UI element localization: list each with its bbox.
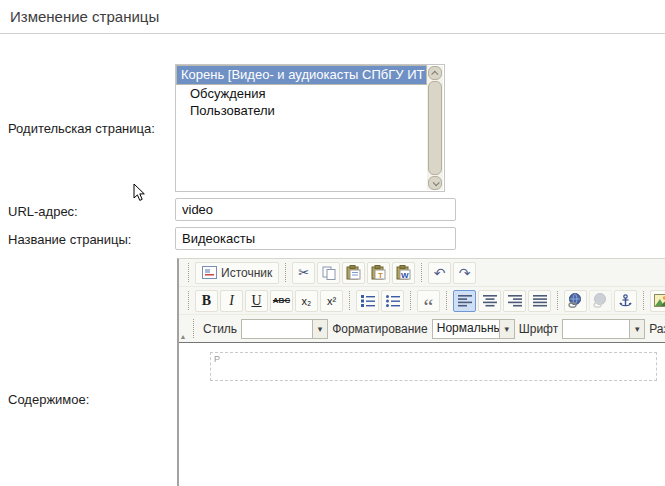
- paste-button[interactable]: [342, 262, 365, 284]
- svg-text:T: T: [378, 271, 383, 280]
- title-divider: [0, 33, 665, 34]
- toolbar-grip: [349, 291, 350, 310]
- list-item-discussions[interactable]: Обсуждения: [176, 85, 427, 102]
- list-item-users[interactable]: Пользователи: [176, 102, 427, 119]
- font-select-value: [563, 320, 629, 338]
- scroll-up-button[interactable]: [428, 66, 442, 80]
- insert-link-button[interactable]: [564, 290, 587, 312]
- align-center-icon: [483, 295, 497, 307]
- scroll-down-button[interactable]: [428, 176, 442, 190]
- bold-button[interactable]: B: [195, 290, 218, 312]
- toolbar-grip: [446, 291, 447, 310]
- paste-icon: [346, 265, 361, 280]
- undo-icon: ↶: [434, 265, 446, 281]
- size-label: Размер: [649, 322, 665, 336]
- source-button-label: Источник: [221, 266, 272, 280]
- subscript-icon: x₂: [302, 295, 312, 307]
- font-label: Шрифт: [519, 322, 558, 336]
- mouse-cursor-icon: [133, 183, 146, 202]
- scroll-down-icon: [432, 179, 439, 186]
- toolbar-row-2: B I U ABC x₂ x² “: [179, 287, 665, 315]
- page-name-label: Название страницы:: [8, 232, 131, 247]
- page-title: Изменение страницы: [10, 8, 159, 25]
- align-left-icon: [458, 295, 472, 307]
- scroll-up-icon: [431, 70, 438, 77]
- format-select-value: Нормальный: [433, 320, 499, 338]
- superscript-icon: x²: [327, 295, 336, 307]
- strikethrough-icon: ABC: [273, 296, 290, 305]
- anchor-icon: [619, 294, 632, 308]
- toolbar-grip: [285, 263, 286, 282]
- svg-text:W: W: [401, 271, 409, 280]
- parent-page-label: Родительская страница:: [8, 121, 155, 136]
- list-item-root[interactable]: Корень [Видео- и аудиокасты СПбГУ ИТ: [176, 65, 427, 85]
- subscript-button[interactable]: x₂: [295, 290, 318, 312]
- unlink-icon: [593, 293, 608, 308]
- paste-from-word-button[interactable]: W: [392, 262, 415, 284]
- redo-button[interactable]: ↷: [453, 262, 476, 284]
- underline-icon: U: [251, 293, 261, 309]
- copy-button[interactable]: [317, 262, 340, 284]
- rich-text-editor: Источник ✂: [177, 258, 665, 486]
- scrollbar-thumb[interactable]: [428, 81, 442, 175]
- blockquote-button[interactable]: “: [417, 290, 440, 312]
- strikethrough-button[interactable]: ABC: [270, 290, 293, 312]
- toolbar-grip: [188, 263, 189, 282]
- align-justify-button[interactable]: [528, 290, 551, 312]
- cut-button[interactable]: ✂: [292, 262, 315, 284]
- copy-icon: [322, 266, 336, 280]
- redo-icon: ↷: [459, 265, 471, 281]
- font-select[interactable]: ▾: [562, 319, 645, 339]
- parent-page-listbox: Корень [Видео- и аудиокасты СПбГУ ИТ Обс…: [175, 64, 445, 192]
- dropdown-arrow-icon[interactable]: ▾: [629, 320, 644, 338]
- toolbar-grip: [188, 291, 189, 310]
- url-input[interactable]: [175, 198, 456, 221]
- align-right-icon: [508, 295, 522, 307]
- page-edit-form: { "page": { "title": "Изменение страницы…: [0, 0, 665, 486]
- editor-toolbar: Источник ✂: [179, 259, 665, 342]
- align-justify-icon: [533, 295, 547, 307]
- source-icon: [202, 266, 217, 279]
- format-label: Форматирование: [332, 322, 428, 336]
- paragraph-block[interactable]: P: [210, 352, 657, 381]
- listbox-options: Корень [Видео- и аудиокасты СПбГУ ИТ Обс…: [176, 65, 427, 191]
- bulleted-list-button[interactable]: [381, 290, 404, 312]
- listbox-scrollbar[interactable]: [427, 66, 443, 190]
- toolbar-collapse-button[interactable]: ▲: [178, 333, 188, 340]
- style-select-value: [242, 320, 312, 338]
- bold-icon: B: [202, 293, 211, 309]
- paste-plain-text-button[interactable]: T: [367, 262, 390, 284]
- bulleted-list-icon: [386, 294, 400, 307]
- cut-icon: ✂: [298, 266, 309, 279]
- image-icon: [654, 294, 665, 307]
- toolbar-grip: [643, 291, 644, 310]
- remove-link-button[interactable]: [589, 290, 612, 312]
- paragraph-tag-label: P: [214, 354, 220, 364]
- undo-button[interactable]: ↶: [428, 262, 451, 284]
- dropdown-arrow-icon[interactable]: ▾: [499, 320, 514, 338]
- align-left-button[interactable]: [453, 290, 476, 312]
- paste-plain-text-icon: T: [371, 265, 386, 280]
- editor-content-area[interactable]: P: [179, 342, 665, 486]
- page-name-input[interactable]: [175, 227, 456, 250]
- anchor-button[interactable]: [614, 290, 637, 312]
- format-select[interactable]: Нормальный ▾: [432, 319, 515, 339]
- style-select[interactable]: ▾: [241, 319, 328, 339]
- numbered-list-button[interactable]: [356, 290, 379, 312]
- toolbar-grip: [421, 263, 422, 282]
- toolbar-grip: [193, 319, 194, 338]
- align-center-button[interactable]: [478, 290, 501, 312]
- toolbar-grip: [410, 291, 411, 310]
- superscript-button[interactable]: x²: [320, 290, 343, 312]
- toolbar-row-1: Источник ✂: [179, 259, 665, 287]
- insert-image-button[interactable]: [650, 290, 665, 312]
- link-icon: [568, 293, 583, 308]
- align-right-button[interactable]: [503, 290, 526, 312]
- toolbar-grip: [557, 291, 558, 310]
- dropdown-arrow-icon[interactable]: ▾: [312, 320, 327, 338]
- style-label: Стиль: [203, 322, 237, 336]
- underline-button[interactable]: U: [245, 290, 268, 312]
- italic-button[interactable]: I: [220, 290, 243, 312]
- source-button[interactable]: Источник: [195, 262, 279, 284]
- content-label: Содержимое:: [8, 392, 89, 407]
